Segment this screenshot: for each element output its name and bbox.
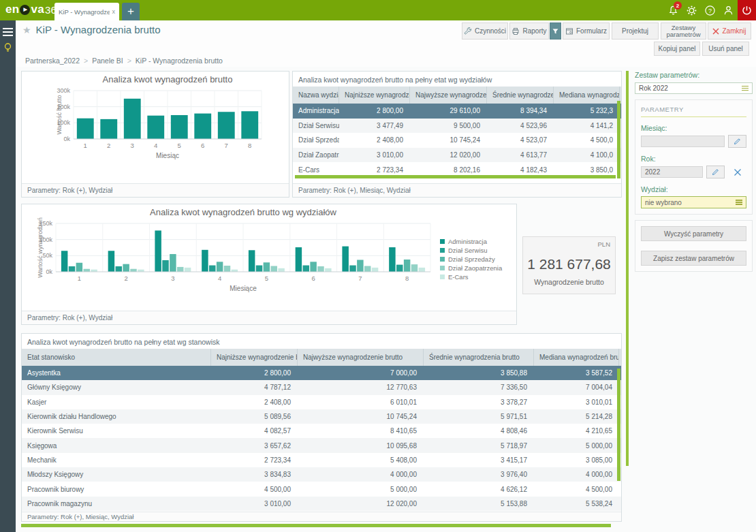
table-row[interactable]: Dział Serwisu3 477,499 500,004 523,964 1… <box>293 119 621 134</box>
breadcrumb: Partnerska_2022>Panele BI>KiP - Wynagrod… <box>25 57 223 65</box>
column-header[interactable]: Najwyższe wynagrodzenie brutto <box>298 349 424 366</box>
actions-button[interactable]: Czynności <box>462 22 508 40</box>
department-picker[interactable]: nie wybrano <box>641 196 746 208</box>
svg-text:3: 3 <box>131 142 134 149</box>
table-cell: 4 787,12 <box>211 380 298 394</box>
form-icon <box>565 27 573 35</box>
page-horizontal-scrollbar[interactable] <box>21 524 611 527</box>
reports-dropdown-button[interactable] <box>550 22 561 40</box>
parameter-set-select[interactable]: Rok 2022 <box>635 82 753 94</box>
logout-button[interactable] <box>738 0 756 20</box>
table-row[interactable]: Pracownik biurowy4 500,005 000,004 626,1… <box>22 482 621 496</box>
column-header[interactable]: Najniższe wynagrodzenie brutto <box>211 349 298 366</box>
column-header[interactable]: Etat stanowisko <box>22 349 211 366</box>
table-row[interactable]: Administracja2 800,0029 610,008 394,345 … <box>293 104 621 119</box>
svg-text:2: 2 <box>124 275 127 282</box>
reports-button[interactable]: Raporty <box>509 22 549 40</box>
user-button[interactable] <box>719 0 738 20</box>
legend-entry: Dział Serwisu <box>440 246 502 255</box>
svg-text:7: 7 <box>225 142 228 149</box>
list-icon <box>736 199 742 206</box>
svg-text:Miesiąc: Miesiąc <box>156 152 179 159</box>
table-row[interactable]: Kierownik Serwisu4 082,578 410,654 808,4… <box>22 424 621 438</box>
clear-parameters-button[interactable]: Wyczyść parametry <box>641 226 746 241</box>
table-row[interactable]: Księgowa3 657,6210 095,685 718,975 000,0… <box>22 438 621 452</box>
table-row[interactable]: Dział Sprzedaży2 408,0010 745,244 523,07… <box>293 133 621 148</box>
breadcrumb-item[interactable]: Partnerska_2022 <box>25 57 80 65</box>
table1-parameters-caption: Parametry: Rok (+), Miesiąc, Wydział <box>293 183 621 197</box>
table-row[interactable]: Pracownik magazynu3 010,0012 020,005 153… <box>22 497 621 511</box>
year-input[interactable]: 2022 <box>641 166 703 178</box>
table-cell: 4 141,2 <box>554 119 620 134</box>
wrench-icon <box>464 27 472 35</box>
document-tab[interactable]: KiP - Wynagrodzenia... x <box>54 3 119 20</box>
logo-play-icon: ▶ <box>20 5 30 15</box>
new-tab-button[interactable]: + <box>122 3 140 20</box>
list-icon <box>742 84 749 92</box>
table-row[interactable]: Główny Księgowy4 787,1212 770,637 336,50… <box>22 380 621 394</box>
parameter-sets-button[interactable]: Zestawyparametrów <box>661 22 706 40</box>
favorite-star-icon[interactable]: ★ <box>22 25 31 35</box>
lightbulb-icon[interactable] <box>3 42 13 57</box>
help-button[interactable]: ? <box>701 0 719 20</box>
table-cell: 4 100,0 <box>554 148 620 163</box>
column-header[interactable]: Mediana wynagrodzeń <box>554 87 620 104</box>
vertical-scrollbar[interactable] <box>617 369 620 481</box>
form-button[interactable]: Formularz <box>563 22 610 40</box>
save-parameter-set-button[interactable]: Zapisz zestaw parametrów <box>641 251 746 266</box>
table-cell: 10 745,24 <box>298 409 424 424</box>
design-button[interactable]: Projektuj <box>612 22 659 40</box>
column-header[interactable]: Średnie wynagrodzenia ... <box>487 87 554 104</box>
kpi-value: 1 281 677,68 <box>523 256 615 272</box>
table-cell: 5 718,97 <box>424 438 534 452</box>
column-header[interactable]: Średnie wynagrodzenia brutto <box>424 349 534 366</box>
breadcrumb-item[interactable]: Panele BI <box>92 57 123 65</box>
table-row[interactable]: Asystentka2 800,007 000,003 850,883 587,… <box>22 366 621 380</box>
month-edit-button[interactable] <box>728 135 746 148</box>
pencil-icon <box>712 168 719 176</box>
table-row[interactable]: Młodszy Księgowy3 834,834 000,003 976,40… <box>22 467 621 482</box>
vertical-scrollbar[interactable] <box>617 101 620 178</box>
table-cell: 5 214,28 <box>534 409 619 424</box>
table-cell: 5 538,24 <box>534 497 619 511</box>
table-cell: Kierownik działu Handlowego <box>22 409 211 424</box>
svg-text:0k: 0k <box>46 268 52 275</box>
svg-text:Analiza kwot wynagrodzeń brutt: Analiza kwot wynagrodzeń brutto wg wydzi… <box>150 207 336 217</box>
panel-splitter[interactable] <box>626 71 629 466</box>
notifications-button[interactable]: 2 <box>664 0 682 20</box>
year-clear-button[interactable] <box>728 166 746 178</box>
table-cell: 3 657,62 <box>211 438 298 452</box>
table-row[interactable]: Kierownik działu Handlowego5 089,5610 74… <box>22 409 621 424</box>
chart1-parameters-caption: Parametry: Rok (+), Wydział <box>22 183 289 197</box>
table-cell: 12 020,00 <box>410 148 487 163</box>
table-cell: 12 770,63 <box>298 380 424 394</box>
column-header[interactable]: Najwyższe wynagrodzenie ... <box>410 87 487 104</box>
person-icon <box>723 5 734 16</box>
column-header[interactable]: Najniższe wynagrodzenie ... <box>339 87 410 104</box>
horizontal-scrollbar[interactable] <box>295 175 616 178</box>
kpi-label: Wynagrodzenie brutto <box>523 278 615 286</box>
breadcrumb-item[interactable]: KiP - Wynagrodzenia brutto <box>136 57 223 65</box>
close-button[interactable]: Zamknij <box>708 22 751 40</box>
svg-text:300k: 300k <box>57 87 70 94</box>
copy-panel-button[interactable]: Kopiuj panel <box>654 42 700 56</box>
table-row[interactable]: Kasjer2 408,006 010,013 378,273 010,01 <box>22 395 621 409</box>
menu-button[interactable] <box>3 26 13 38</box>
printer-icon <box>511 27 520 35</box>
table-row[interactable]: Mechanik2 723,345 408,003 415,173 085,00 <box>22 453 621 467</box>
month-input[interactable] <box>641 136 725 147</box>
delete-panel-button[interactable]: Usuń panel <box>702 42 749 56</box>
year-edit-button[interactable] <box>706 166 725 178</box>
table-cell: 5 000,00 <box>534 438 619 452</box>
column-header[interactable]: Nazwa wydziału <box>293 87 339 104</box>
column-header[interactable]: Mediana wynagrodzeń brutto <box>534 349 619 366</box>
table-row[interactable]: Dział Zaopatrzeni.3 010,0012 020,004 613… <box>293 148 621 163</box>
table-cell: 2 408,00 <box>339 133 410 148</box>
departments-bar-chart: Analiza kwot wynagrodzeń brutto wg wydzi… <box>22 204 439 309</box>
table-cell: 3 085,00 <box>534 453 619 467</box>
tab-close-icon[interactable]: x <box>112 8 116 15</box>
svg-text:0k: 0k <box>63 136 70 142</box>
settings-button[interactable] <box>682 0 701 20</box>
tab-title: KiP - Wynagrodzenia... <box>59 8 110 16</box>
table-cell: 4 500,00 <box>211 482 298 496</box>
